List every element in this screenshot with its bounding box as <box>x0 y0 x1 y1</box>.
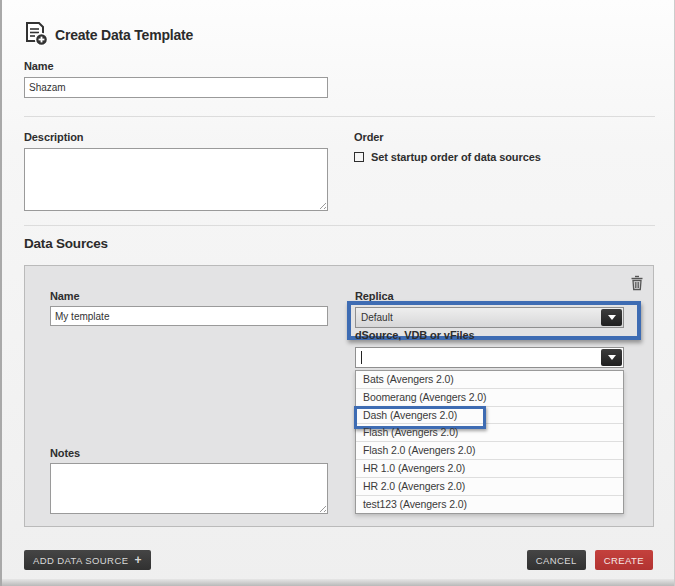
dropdown-option[interactable]: test123 (Avengers 2.0) <box>356 496 623 514</box>
description-textarea[interactable] <box>24 148 328 211</box>
resize-grip-icon[interactable] <box>317 200 326 209</box>
dropdown-option[interactable]: HR 2.0 (Avengers 2.0) <box>356 478 623 496</box>
create-button[interactable]: CREATE <box>595 550 653 570</box>
dropdown-option[interactable]: Flash (Avengers 2.0) <box>356 424 623 442</box>
data-sources-section-title: Data Sources <box>24 236 108 251</box>
order-label: Order <box>354 131 383 143</box>
cancel-button[interactable]: CANCEL <box>527 550 586 570</box>
dsource-combobox[interactable] <box>355 347 624 368</box>
dropdown-option[interactable]: HR 1.0 (Avengers 2.0) <box>356 460 623 478</box>
divider <box>24 225 655 226</box>
startup-order-checkbox[interactable] <box>354 152 364 162</box>
divider <box>24 116 655 117</box>
trash-icon[interactable] <box>630 275 644 291</box>
dsource-options-list: Bats (Avengers 2.0)Boomerang (Avengers 2… <box>355 370 624 514</box>
dropdown-option-highlighted[interactable]: Dash (Avengers 2.0) <box>356 407 623 425</box>
add-data-source-button[interactable]: ADD DATA SOURCE + <box>24 550 151 570</box>
source-name-input[interactable] <box>50 306 328 326</box>
startup-order-checkbox-label[interactable]: Set startup order of data sources <box>371 151 541 163</box>
notes-label: Notes <box>50 447 80 459</box>
data-source-panel: Name Notes Replica Default dSource, VDB … <box>24 265 654 527</box>
create-data-template-dialog: Create Data Template Name Description Or… <box>0 0 675 586</box>
document-plus-icon <box>22 20 50 48</box>
description-label: Description <box>24 131 83 143</box>
dropdown-option[interactable]: Bats (Avengers 2.0) <box>356 371 623 389</box>
name-input[interactable] <box>24 77 328 98</box>
notes-textarea[interactable] <box>50 463 328 514</box>
text-cursor <box>361 351 362 364</box>
add-data-source-label: ADD DATA SOURCE <box>33 555 128 566</box>
resize-grip-icon[interactable] <box>317 503 326 512</box>
chevron-down-icon[interactable] <box>601 349 622 366</box>
page-title: Create Data Template <box>55 27 193 43</box>
name-label: Name <box>24 60 54 72</box>
plus-icon: + <box>134 554 141 566</box>
dialog-bottom-edge <box>2 579 674 586</box>
source-name-label: Name <box>50 290 80 302</box>
dsource-label: dSource, VDB or vFiles <box>355 329 474 341</box>
dropdown-option[interactable]: Flash 2.0 (Avengers 2.0) <box>356 442 623 460</box>
dropdown-option[interactable]: Boomerang (Avengers 2.0) <box>356 389 623 407</box>
